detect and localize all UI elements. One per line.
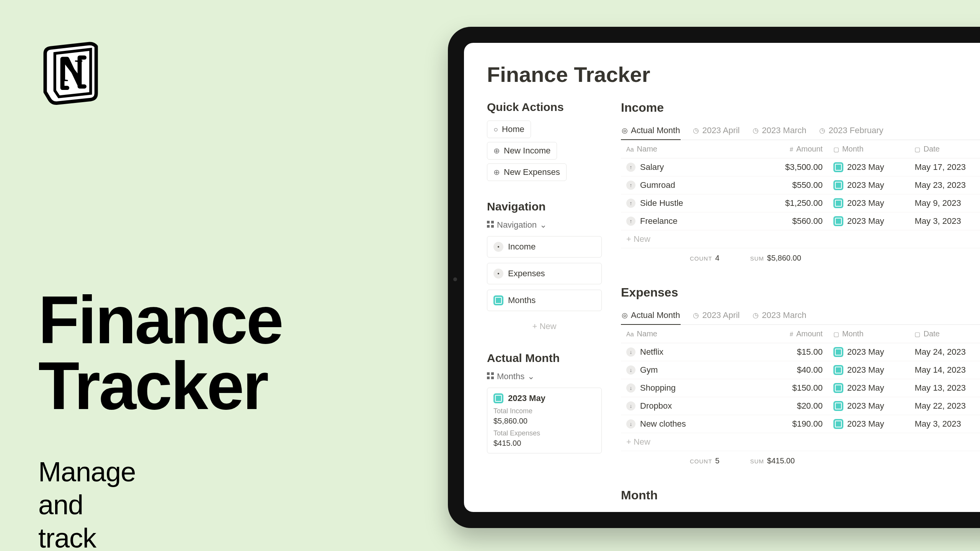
calendar-icon (833, 216, 843, 226)
chevron-down-icon: ⌄ (528, 372, 534, 381)
arrow-down-icon: ↓ (626, 401, 635, 411)
row-month: 2023 May (847, 162, 884, 172)
arrow-up-icon: ↑ (626, 163, 635, 172)
target-icon: ◎ (622, 311, 628, 320)
quick-action-label: Home (502, 124, 524, 134)
number-icon: # (790, 146, 793, 153)
bullet-icon: • (493, 269, 503, 279)
expenses-sum-label: SUM (750, 458, 764, 465)
expenses-heading: Expenses (621, 285, 980, 300)
row-amount: $20.00 (754, 397, 828, 415)
arrow-down-icon: ↓ (626, 419, 635, 429)
actual-month-card[interactable]: 2023 May Total Income $5,860.00 Total Ex… (487, 388, 602, 453)
quick-action-label: New Income (504, 146, 550, 156)
calendar-icon (833, 347, 843, 357)
table-row[interactable]: ↑Salary$3,500.002023 MayMay 17, 2023 (621, 158, 980, 176)
calendar-icon (493, 393, 503, 403)
row-date: May 13, 2023 (909, 379, 980, 397)
row-date: May 17, 2023 (909, 158, 980, 176)
table-row[interactable]: ↑Side Hustle$1,250.002023 MayMay 9, 2023 (621, 194, 980, 212)
row-month: 2023 May (847, 419, 884, 429)
svg-text:N: N (60, 53, 83, 88)
row-date: May 3, 2023 (909, 415, 980, 433)
row-name: Dropbox (640, 401, 672, 411)
calendar-icon (833, 365, 843, 375)
tab-2023-march[interactable]: ◷2023 March (752, 306, 807, 325)
total-expenses-label: Total Expenses (493, 429, 595, 437)
table-row[interactable]: ↓Gym$40.002023 MayMay 14, 2023 (621, 361, 980, 379)
arrow-down-icon: ↓ (626, 383, 635, 393)
table-row[interactable]: ↓Shopping$150.002023 MayMay 13, 2023 (621, 379, 980, 397)
row-amount: $150.00 (754, 379, 828, 397)
table-row[interactable]: ↓New clothes$190.002023 MayMay 3, 2023 (621, 415, 980, 433)
income-sum-value: $5,860.00 (767, 254, 801, 262)
actual-month-heading: Actual Month (487, 352, 602, 365)
row-month: 2023 May (847, 216, 884, 226)
navigation-view-selector[interactable]: Navigation ⌄ (487, 220, 602, 230)
table-row[interactable]: ↑Freelance$560.002023 MayMay 3, 2023 (621, 212, 980, 230)
plus-circle-icon: ⊕ (493, 168, 500, 177)
tab-2023-march[interactable]: ◷2023 March (752, 122, 807, 140)
tablet-frame: Finance Tracker Quick Actions ○ Home ⊕ N… (448, 27, 980, 528)
expenses-sum-value: $415.00 (767, 456, 795, 465)
quick-actions-heading: Quick Actions (487, 101, 602, 114)
income-new-row[interactable]: + New (621, 230, 980, 248)
row-amount: $560.00 (754, 212, 828, 230)
app-screen: Finance Tracker Quick Actions ○ Home ⊕ N… (464, 43, 980, 512)
expenses-tabs: ◎Actual Month ◷2023 April ◷2023 March (621, 306, 980, 325)
calendar-icon (833, 180, 843, 190)
promo-subtitle: Manage and track your finance (38, 455, 136, 551)
clock-icon: ◷ (693, 126, 699, 135)
nav-card-expenses[interactable]: •Expenses (487, 263, 602, 284)
quick-action-new-income[interactable]: ⊕ New Income (487, 142, 557, 160)
row-date: May 22, 2023 (909, 397, 980, 415)
table-row[interactable]: ↓Netflix$15.002023 MayMay 24, 2023 (621, 343, 980, 361)
navigation-heading: Navigation (487, 200, 602, 213)
row-date: May 23, 2023 (909, 176, 980, 194)
date-icon: ▢ (915, 146, 920, 153)
expenses-new-row[interactable]: + New (621, 433, 980, 451)
tab-2023-february[interactable]: ◷2023 February (818, 122, 884, 140)
table-row[interactable]: ↓Dropbox$20.002023 MayMay 22, 2023 (621, 397, 980, 415)
quick-action-new-expenses[interactable]: ⊕ New Expenses (487, 163, 567, 181)
arrow-up-icon: ↑ (626, 217, 635, 226)
expenses-count-label: COUNT (690, 458, 712, 465)
tab-2023-april[interactable]: ◷2023 April (692, 306, 740, 325)
clock-icon: ◷ (753, 126, 759, 135)
tab-actual-month[interactable]: ◎Actual Month (621, 306, 681, 325)
quick-action-home[interactable]: ○ Home (487, 121, 531, 138)
arrow-up-icon: ↑ (626, 181, 635, 190)
calendar-icon (833, 198, 843, 208)
total-income-label: Total Income (493, 407, 595, 415)
table-row[interactable]: ↑Gumroad$550.002023 MayMay 23, 2023 (621, 176, 980, 194)
row-name: Gym (640, 365, 658, 375)
text-icon: Aa (626, 146, 634, 153)
months-view-selector[interactable]: Months ⌄ (487, 372, 602, 381)
calendar-icon (833, 419, 843, 429)
row-amount: $190.00 (754, 415, 828, 433)
text-icon: Aa (626, 331, 634, 337)
row-name: Salary (640, 162, 664, 172)
nav-card-income[interactable]: •Income (487, 236, 602, 258)
tab-actual-month[interactable]: ◎Actual Month (621, 122, 681, 140)
chevron-down-icon: ⌄ (540, 220, 547, 230)
tab-2023-april[interactable]: ◷2023 April (692, 122, 740, 140)
calendar-icon (493, 295, 503, 305)
nav-new-button[interactable]: + New (487, 316, 602, 336)
calendar-icon: ▢ (833, 331, 839, 337)
income-count-value: 4 (715, 254, 719, 262)
row-amount: $550.00 (754, 176, 828, 194)
row-date: May 14, 2023 (909, 361, 980, 379)
plus-circle-icon: ⊕ (493, 146, 500, 155)
row-month: 2023 May (847, 365, 884, 375)
nav-card-months[interactable]: Months (487, 290, 602, 311)
calendar-icon (833, 162, 843, 172)
quick-action-label: New Expenses (504, 167, 560, 177)
row-name: Freelance (640, 216, 678, 226)
row-month: 2023 May (847, 198, 884, 208)
months-heading: Month (621, 488, 980, 502)
arrow-down-icon: ↓ (626, 347, 635, 357)
clock-icon: ◷ (753, 311, 759, 320)
expenses-table: AaName #Amount ▢Month ▢Date ↓Netflix$15.… (621, 325, 980, 451)
calendar-icon (833, 383, 843, 393)
